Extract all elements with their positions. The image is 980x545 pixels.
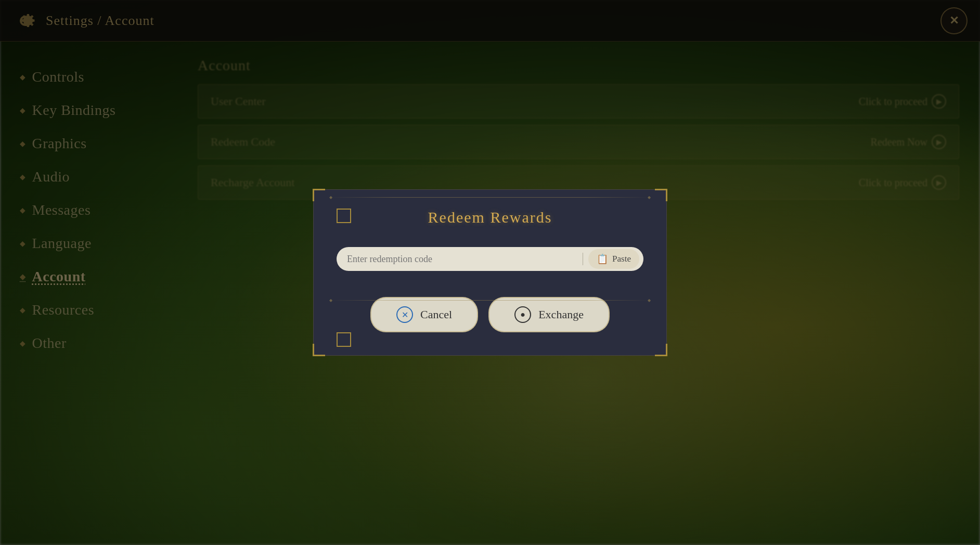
redeem-rewards-modal: Redeem Rewards 📋 Paste ✕ Cancel (313, 189, 667, 356)
input-divider (583, 253, 583, 265)
cancel-button[interactable]: ✕ Cancel (370, 297, 478, 332)
modal-title: Redeem Rewards (337, 209, 643, 226)
corner-decoration-bl (313, 344, 325, 356)
modal-overlay: Redeem Rewards 📋 Paste ✕ Cancel (0, 0, 980, 545)
exchange-icon: ● (514, 306, 531, 323)
corner-decoration-br (655, 344, 667, 356)
paste-label: Paste (612, 254, 631, 264)
cancel-icon: ✕ (396, 306, 413, 323)
paste-button[interactable]: 📋 Paste (588, 249, 639, 269)
redemption-input-wrapper: 📋 Paste (337, 247, 643, 271)
redemption-code-input[interactable] (347, 254, 577, 265)
modal-line-top (329, 197, 651, 198)
modal-line-bottom (329, 300, 651, 301)
paste-icon: 📋 (597, 253, 608, 265)
modal-buttons: ✕ Cancel ● Exchange (337, 297, 643, 332)
corner-decoration-tl (313, 189, 325, 201)
exchange-label: Exchange (538, 308, 584, 321)
corner-decoration-tr (655, 189, 667, 201)
exchange-icon-symbol: ● (520, 310, 525, 319)
cancel-label: Cancel (420, 308, 452, 321)
exchange-button[interactable]: ● Exchange (488, 297, 610, 332)
